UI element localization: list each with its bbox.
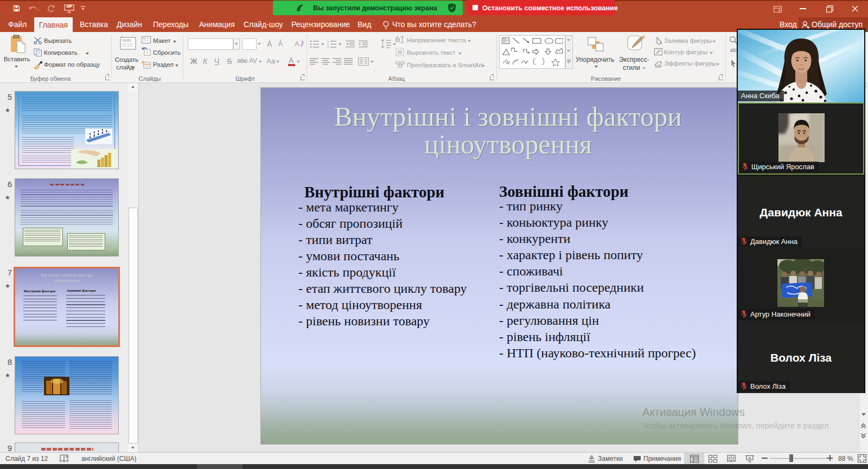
svg-text:A: A <box>295 40 299 48</box>
svg-text:3: 3 <box>327 46 329 48</box>
